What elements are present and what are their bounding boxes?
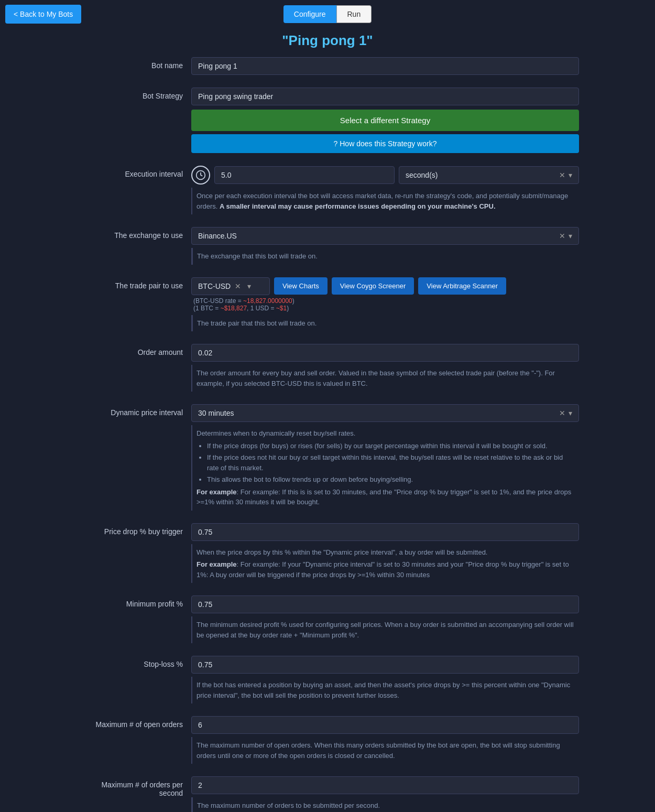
exchange-chevron-icon[interactable]: ▾ — [569, 232, 572, 240]
dynamic-price-interval-label: Dynamic price interval — [76, 404, 191, 417]
dynamic-interval-clear-icon[interactable]: ✕ — [559, 409, 565, 417]
stop-loss-row: Stop-loss % If the bot has entered a pos… — [76, 656, 579, 703]
dynamic-info-example: For example: For example: If this is is … — [196, 487, 575, 507]
trade-pair-select[interactable]: BTC-USD ✕ ▾ — [191, 277, 270, 295]
dynamic-info-bullets: If the price drops (for buys) or rises (… — [196, 441, 575, 485]
trade-pair-label: The trade pair to use — [76, 277, 191, 290]
dynamic-price-interval-row: Dynamic price interval 30 minutes ✕ ▾ De… — [76, 404, 579, 511]
max-open-orders-label: Maximum # of open orders — [76, 716, 191, 729]
bot-strategy-input[interactable] — [191, 88, 579, 105]
chevron-down-icon[interactable]: ▾ — [569, 171, 572, 179]
order-amount-input[interactable] — [191, 344, 579, 362]
interval-info: Once per each execution interval the bot… — [191, 188, 579, 214]
max-orders-per-second-input[interactable] — [191, 776, 579, 794]
stop-loss-label: Stop-loss % — [76, 656, 191, 668]
interval-info-bold: A smaller interval may cause performance… — [220, 202, 495, 210]
interval-value-input[interactable] — [214, 166, 395, 184]
order-amount-info: The order amount for every buy and sell … — [191, 365, 579, 392]
stop-loss-input[interactable] — [191, 656, 579, 674]
order-amount-content: The order amount for every buy and sell … — [191, 344, 579, 392]
exchange-arrows: ✕ ▾ — [559, 232, 572, 240]
trade-pair-value: BTC-USD — [198, 282, 231, 290]
exchange-label: The exchange to use — [76, 227, 191, 240]
price-drop-trigger-row: Price drop % buy trigger When the price … — [76, 523, 579, 583]
rate-value1: ~18,827.0000000 — [243, 297, 292, 305]
minimum-profit-input[interactable] — [191, 596, 579, 613]
stop-loss-content: If the bot has entered a position by buy… — [191, 656, 579, 703]
price-drop-info: When the price drops by this % within th… — [191, 544, 579, 583]
exchange-clear-icon[interactable]: ✕ — [559, 232, 565, 240]
minimum-profit-row: Minimum profit % The minimum desired pro… — [76, 596, 579, 643]
minimum-profit-info: The minimum desired profit % used for co… — [191, 616, 579, 643]
max-orders-per-second-row: Maximum # of orders per second The maxim… — [76, 776, 579, 812]
max-open-orders-info: The maximum number of open orders. When … — [191, 737, 579, 764]
clear-icon[interactable]: ✕ — [559, 171, 565, 179]
dynamic-price-interval-content: 30 minutes ✕ ▾ Determines when to dynami… — [191, 404, 579, 511]
interval-unit-select[interactable]: second(s) ✕ ▾ — [399, 166, 579, 184]
max-open-orders-input[interactable] — [191, 716, 579, 734]
price-drop-trigger-content: When the price drops by this % within th… — [191, 523, 579, 583]
price-drop-trigger-input[interactable] — [191, 523, 579, 541]
max-open-orders-content: The maximum number of open orders. When … — [191, 716, 579, 764]
rate-line1: (BTC-USD rate = ~18,827.0000000) — [193, 297, 579, 305]
price-drop-info-text: When the price drops by this % within th… — [196, 547, 575, 558]
bot-name-row: Bot name — [76, 57, 579, 75]
view-charts-button[interactable]: View Charts — [274, 277, 328, 295]
dynamic-price-interval-value: 30 minutes — [198, 409, 234, 417]
bot-strategy-row: Bot Strategy Select a different Strategy… — [76, 88, 579, 153]
trade-pair-row: The trade pair to use BTC-USD ✕ ▾ View C… — [76, 277, 579, 332]
configure-tab[interactable]: Configure — [283, 5, 336, 23]
bot-name-content — [191, 57, 579, 75]
max-orders-per-second-content: The maximum number of orders to be submi… — [191, 776, 579, 812]
exchange-value: Binance.US — [198, 232, 237, 240]
rate-btc: ~$18,827 — [221, 305, 247, 312]
trade-pair-rate-info: (BTC-USD rate = ~18,827.0000000) (1 BTC … — [191, 297, 579, 312]
how-strategy-button[interactable]: ? How does this Strategy work? — [191, 134, 579, 153]
bot-name-label: Bot name — [76, 57, 191, 70]
minimum-profit-content: The minimum desired profit % used for co… — [191, 596, 579, 643]
exchange-content: Binance.US ✕ ▾ The exchange that this bo… — [191, 227, 579, 265]
trade-pair-info: The trade pair that this bot will trade … — [191, 315, 579, 332]
bullet-2: If the price does not hit our buy or sel… — [207, 452, 575, 473]
select-strategy-button[interactable]: Select a different Strategy — [191, 110, 579, 131]
page-title: "Ping pong 1" — [76, 33, 579, 49]
bot-name-input[interactable] — [191, 57, 579, 75]
dynamic-interval-chevron-icon[interactable]: ▾ — [569, 409, 572, 417]
interval-unit-label: second(s) — [406, 171, 438, 179]
view-arbitrage-button[interactable]: View Arbitrage Scanner — [418, 277, 506, 295]
max-open-orders-row: Maximum # of open orders The maximum num… — [76, 716, 579, 764]
dynamic-price-interval-arrows: ✕ ▾ — [559, 409, 572, 417]
clock-icon — [191, 166, 210, 185]
max-orders-per-second-info: The maximum number of orders to be submi… — [191, 797, 579, 812]
rate-line2: (1 BTC = ~$18,827, 1 USD = ~$1) — [193, 305, 579, 312]
view-coygo-button[interactable]: View Coygo Screener — [332, 277, 414, 295]
trade-pair-chevron-icon[interactable]: ▾ — [247, 282, 251, 290]
exchange-info: The exchange that this bot will trade on… — [191, 248, 579, 265]
interval-unit-arrows: ✕ ▾ — [559, 171, 572, 179]
price-drop-trigger-label: Price drop % buy trigger — [76, 523, 191, 536]
dynamic-info-title: Determines when to dynamically reset buy… — [196, 428, 575, 439]
dynamic-price-interval-select[interactable]: 30 minutes ✕ ▾ — [191, 404, 579, 422]
minimum-profit-label: Minimum profit % — [76, 596, 191, 608]
back-button[interactable]: < Back to My Bots — [5, 5, 81, 24]
execution-interval-label: Execution interval — [76, 166, 191, 178]
exchange-select[interactable]: Binance.US ✕ ▾ — [191, 227, 579, 245]
execution-interval-content: second(s) ✕ ▾ Once per each execution in… — [191, 166, 579, 214]
rate-usd: ~$1 — [276, 305, 287, 312]
max-orders-per-second-label: Maximum # of orders per second — [76, 776, 191, 797]
bot-strategy-label: Bot Strategy — [76, 88, 191, 100]
bot-strategy-content: Select a different Strategy ? How does t… — [191, 88, 579, 153]
stop-loss-info: If the bot has entered a position by buy… — [191, 677, 579, 703]
exchange-row: The exchange to use Binance.US ✕ ▾ The e… — [76, 227, 579, 265]
trade-pair-clear-icon[interactable]: ✕ — [235, 282, 241, 290]
order-amount-row: Order amount The order amount for every … — [76, 344, 579, 392]
bullet-3: This allows the bot to follow trends up … — [207, 474, 575, 485]
price-drop-info-example: For example: For example: If your "Dynam… — [196, 559, 575, 580]
run-tab[interactable]: Run — [336, 5, 372, 23]
bullet-1: If the price drops (for buys) or rises (… — [207, 441, 575, 451]
interval-row: second(s) ✕ ▾ — [191, 166, 579, 185]
trade-pair-content: BTC-USD ✕ ▾ View Charts View Coygo Scree… — [191, 277, 579, 332]
top-nav: < Back to My Bots Configure Run — [0, 0, 655, 28]
main-content: "Ping pong 1" Bot name Bot Strategy Sele… — [66, 33, 590, 812]
trade-pair-controls: BTC-USD ✕ ▾ View Charts View Coygo Scree… — [191, 277, 579, 295]
